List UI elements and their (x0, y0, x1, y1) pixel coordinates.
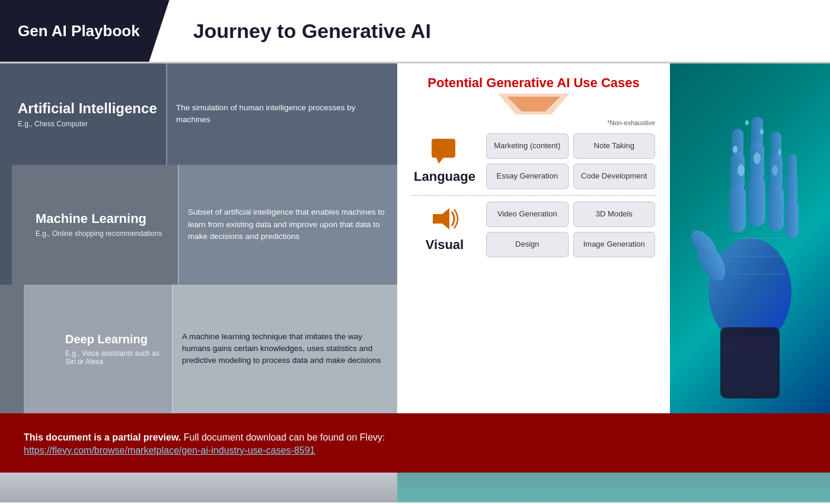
page-title: Journey to Generative AI (170, 0, 455, 62)
svg-marker-3 (436, 158, 443, 164)
robotic-hand-illustration (670, 63, 830, 413)
svg-rect-14 (768, 185, 784, 231)
visual-cards: Video Generation 3D Models Design Image … (486, 202, 655, 257)
use-case-card: Note Taking (573, 133, 656, 159)
dl-label: Deep Learning E.g., Voice assistants suc… (53, 285, 172, 413)
visual-icon-label: Visual (412, 206, 477, 253)
preview-strip (0, 473, 830, 502)
svg-point-28 (745, 120, 749, 125)
strip-right (397, 473, 830, 502)
preview-link-container: https://flevy.com/browse/marketplace/gen… (24, 445, 806, 456)
svg-point-26 (760, 129, 764, 135)
hero-image-panel (670, 63, 830, 413)
visual-section: Visual Video Generation 3D Models Design… (412, 202, 655, 263)
use-case-card: 3D Models (573, 202, 656, 227)
strip-left (0, 473, 397, 502)
ai-description: The simulation of human intelligence pro… (166, 63, 397, 165)
visual-label: Visual (426, 237, 464, 253)
title-arrow-decoration (412, 94, 655, 114)
ai-label: Artificial Intelligence E.g., Chess Comp… (0, 63, 166, 165)
svg-point-25 (733, 146, 738, 153)
svg-rect-10 (732, 129, 743, 158)
svg-point-23 (754, 152, 761, 164)
ml-level-row: Machine Learning E.g., Online shopping r… (0, 165, 397, 285)
use-case-card: Image Generation (573, 232, 656, 257)
use-case-card: Code Development (573, 164, 656, 189)
use-cases-title: Potential Generative AI Use Cases (412, 75, 655, 91)
ai-title: Artificial Intelligence (18, 100, 157, 117)
use-case-card: Marketing (content) (486, 133, 569, 159)
dl-title: Deep Learning (65, 332, 163, 346)
preview-bold: This document is a partial preview. (24, 432, 181, 442)
ai-level-row: Artificial Intelligence E.g., Chess Comp… (0, 63, 397, 165)
svg-rect-16 (771, 132, 781, 160)
dl-example: E.g., Voice assistants such as Siri or A… (65, 349, 163, 366)
svg-point-24 (772, 165, 778, 176)
ml-description: Subset of artificial intelligence that e… (178, 165, 397, 285)
dl-level-row: Deep Learning E.g., Voice assistants suc… (0, 285, 397, 413)
header: Gen AI Playbook Journey to Generative AI (0, 0, 830, 63)
language-label: Language (414, 169, 475, 184)
language-section: Language Marketing (content) Note Taking… (412, 133, 655, 196)
preview-text: This document is a partial preview. Full… (24, 430, 806, 445)
main-content: Artificial Intelligence E.g., Chess Comp… (0, 63, 830, 413)
preview-banner: This document is a partial preview. Full… (0, 413, 830, 473)
svg-rect-18 (787, 173, 797, 205)
chat-bubble-icon (430, 138, 459, 169)
svg-rect-11 (749, 176, 765, 227)
svg-rect-2 (432, 139, 455, 158)
svg-marker-4 (433, 208, 449, 229)
use-case-card: Video Generation (486, 202, 569, 227)
use-case-card: Design (486, 232, 569, 257)
language-icon-label: Language (412, 138, 477, 184)
dl-description: A machine learning technique that imitat… (172, 285, 397, 413)
ai-example: E.g., Chess Computer (18, 120, 157, 128)
language-cards: Marketing (content) Note Taking Essay Ge… (486, 133, 655, 189)
speaker-icon (429, 206, 460, 237)
ml-example: E.g., Online shopping recommendations (36, 229, 169, 238)
brand-text: Gen AI Playbook (18, 22, 140, 40)
ml-title: Machine Learning (36, 211, 169, 227)
svg-point-27 (778, 149, 781, 155)
use-case-card: Essay Generation (486, 164, 569, 189)
svg-point-22 (738, 164, 745, 176)
flevy-link[interactable]: https://flevy.com/browse/marketplace/gen… (24, 445, 315, 455)
ml-label: Machine Learning E.g., Online shopping r… (24, 165, 178, 285)
use-cases-panel: Potential Generative AI Use Cases *Non-e… (397, 63, 670, 413)
ai-hierarchy-panel: Artificial Intelligence E.g., Chess Comp… (0, 63, 397, 413)
svg-rect-8 (729, 185, 746, 232)
svg-rect-21 (723, 336, 777, 393)
svg-rect-19 (788, 154, 797, 178)
non-exhaustive-label: *Non-exhaustive (412, 119, 655, 126)
brand-label: Gen AI Playbook (0, 0, 170, 62)
svg-rect-17 (786, 200, 799, 238)
preview-description: Full document download can be found on F… (184, 432, 385, 442)
